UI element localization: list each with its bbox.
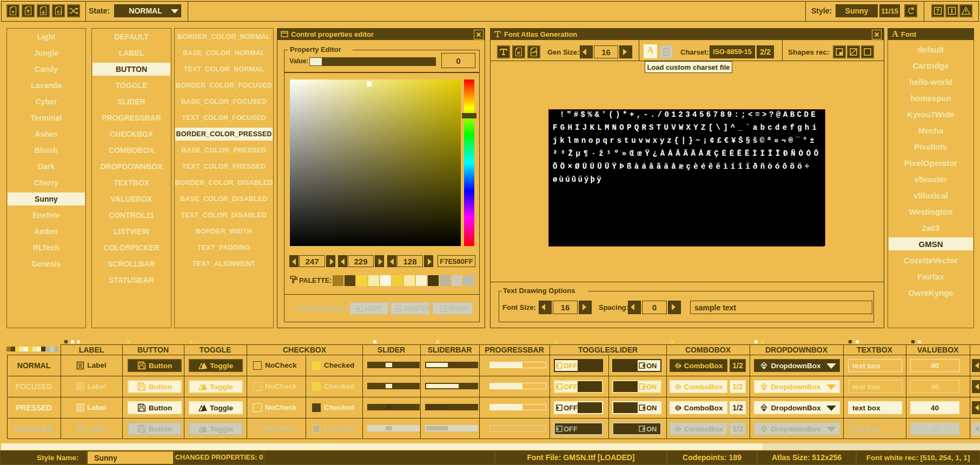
svg-text:?: ? [936,8,939,14]
